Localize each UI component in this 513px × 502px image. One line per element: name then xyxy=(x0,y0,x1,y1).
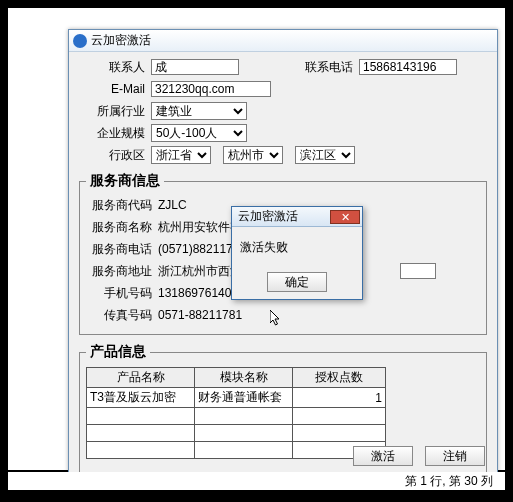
close-icon[interactable]: ✕ xyxy=(330,210,360,224)
message-dialog: 云加密激活 ✕ 激活失败 确定 xyxy=(231,206,363,300)
vendor-mobile-label: 手机号码 xyxy=(86,285,158,302)
dialog-title-text: 云加密激活 xyxy=(238,208,298,225)
dialog-body: 激活失败 确定 xyxy=(232,227,362,298)
window-title: 云加密激活 xyxy=(91,32,151,49)
footer-buttons: 激活 注销 xyxy=(353,446,485,466)
dialog-titlebar[interactable]: 云加密激活 ✕ xyxy=(232,207,362,227)
city-select[interactable]: 杭州市 xyxy=(223,146,283,164)
dialog-message: 激活失败 xyxy=(240,239,354,256)
vendor-fax-label: 传真号码 xyxy=(86,307,158,324)
email-label: E-Mail xyxy=(79,82,151,96)
ok-button[interactable]: 确定 xyxy=(267,272,327,292)
table-row[interactable] xyxy=(87,425,386,442)
industry-label: 所属行业 xyxy=(79,103,151,120)
vendor-code-value: ZJLC xyxy=(158,198,187,212)
cell-product: T3普及版云加密 xyxy=(87,388,195,408)
product-table: 产品名称 模块名称 授权点数 T3普及版云加密 财务通普通帐套 1 xyxy=(86,367,386,459)
vendor-tel-label: 服务商电话 xyxy=(86,241,158,258)
cursor-icon xyxy=(270,310,282,328)
status-text: 第 1 行, 第 30 列 xyxy=(405,473,493,490)
industry-select[interactable]: 建筑业 xyxy=(151,102,247,120)
contact-label: 联系人 xyxy=(79,59,151,76)
vendor-mobile-value: 13186976140 xyxy=(158,286,231,300)
table-header-row: 产品名称 模块名称 授权点数 xyxy=(87,368,386,388)
province-select[interactable]: 浙江省 xyxy=(151,146,211,164)
vendor-extra-input[interactable] xyxy=(400,263,436,279)
col-license: 授权点数 xyxy=(293,368,386,388)
vendor-fax-value: 0571-88211781 xyxy=(158,308,242,322)
tel-input[interactable] xyxy=(359,59,457,75)
district-select[interactable]: 滨江区 xyxy=(295,146,355,164)
vendor-addr-label: 服务商地址 xyxy=(86,263,158,280)
scale-select[interactable]: 50人-100人 xyxy=(151,124,247,142)
cell-module: 财务通普通帐套 xyxy=(195,388,293,408)
email-input[interactable] xyxy=(151,81,271,97)
scale-label: 企业规模 xyxy=(79,125,151,142)
table-row[interactable]: T3普及版云加密 财务通普通帐套 1 xyxy=(87,388,386,408)
table-row[interactable] xyxy=(87,408,386,425)
window-titlebar[interactable]: 云加密激活 xyxy=(69,30,497,52)
table-row[interactable] xyxy=(87,442,386,459)
cell-license: 1 xyxy=(293,388,386,408)
vendor-legend: 服务商信息 xyxy=(86,172,164,190)
contact-input[interactable] xyxy=(151,59,239,75)
col-module: 模块名称 xyxy=(195,368,293,388)
activate-button[interactable]: 激活 xyxy=(353,446,413,466)
product-legend: 产品信息 xyxy=(86,343,150,361)
logout-button[interactable]: 注销 xyxy=(425,446,485,466)
app-icon xyxy=(73,34,87,48)
status-bar: 第 1 行, 第 30 列 xyxy=(8,472,505,490)
col-product: 产品名称 xyxy=(87,368,195,388)
region-label: 行政区 xyxy=(79,147,151,164)
vendor-name-label: 服务商名称 xyxy=(86,219,158,236)
vendor-code-label: 服务商代码 xyxy=(86,197,158,214)
tel-label: 联系电话 xyxy=(239,59,359,76)
